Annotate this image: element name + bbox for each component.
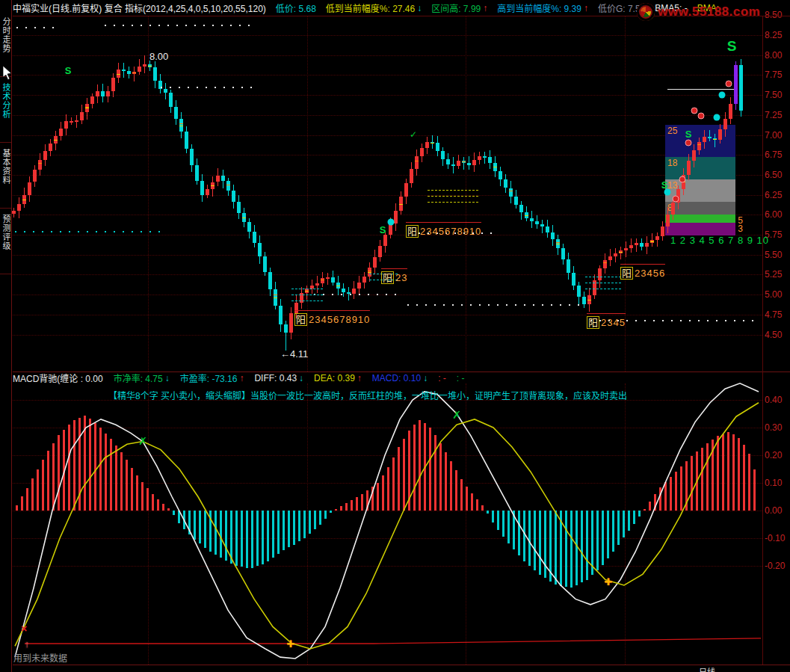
price-band: 5 <box>665 215 735 223</box>
candle <box>127 67 131 78</box>
dotted-marker-row <box>407 304 581 306</box>
macd-histogram-bar <box>691 456 693 511</box>
sidebar-tab-预测评级[interactable]: 预测评级 <box>0 215 11 274</box>
macd-histogram-bar <box>84 416 86 511</box>
candle-indicator-tick <box>399 204 403 205</box>
candle <box>300 287 303 309</box>
period-selector[interactable]: 日线 <box>699 665 715 672</box>
candle <box>22 188 26 208</box>
candle-indicator-tick <box>462 161 466 162</box>
macd-histogram-bar <box>419 420 421 511</box>
macd-histogram-bar <box>623 511 625 537</box>
yang-count-label: 阳2345678910 <box>406 222 481 238</box>
candle-indicator-tick <box>713 139 717 140</box>
candle <box>378 240 382 262</box>
yang-count-label: 阳2345 <box>587 313 626 329</box>
candle <box>436 136 439 156</box>
header-field: 低价: 5.68 <box>276 1 316 14</box>
candle <box>336 276 340 295</box>
candle-body <box>185 132 188 148</box>
macd-axis-label: 0.10 <box>765 478 782 488</box>
macd-histogram-bar <box>607 511 609 558</box>
candle <box>138 59 141 75</box>
macd-histogram-bar <box>52 443 55 511</box>
candle-indicator-tick <box>305 291 309 292</box>
candle-body <box>200 181 204 195</box>
candle-body <box>734 65 738 103</box>
bottom-status-bar: 日线 <box>13 665 790 672</box>
candle-body <box>59 129 63 136</box>
macd-histogram-bar <box>680 466 682 511</box>
candle <box>420 144 424 162</box>
candle <box>441 147 445 166</box>
candle-body <box>80 112 84 120</box>
macd-histogram-bar <box>78 418 81 511</box>
candle <box>687 154 691 181</box>
macd-header-field: MACD: 0.10↓ <box>372 373 428 383</box>
candle-body <box>206 189 209 194</box>
chart-layers[interactable]: 8.508.258.007.757.507.257.006.756.506.25… <box>0 0 790 672</box>
candle-body <box>640 243 644 247</box>
macd-gridline <box>13 566 762 567</box>
candle-body <box>127 71 131 74</box>
candle <box>425 137 429 154</box>
macd-histogram-bar <box>230 511 232 564</box>
sidebar-tab-基本资料[interactable]: 基本资料 <box>0 149 11 209</box>
price-gridline <box>13 95 762 96</box>
candle <box>640 238 644 251</box>
candle <box>446 153 450 169</box>
candle-body <box>12 211 16 214</box>
candle <box>692 144 696 167</box>
candle <box>268 268 272 296</box>
macd-histogram-bar <box>382 475 384 511</box>
candle-indicator-tick <box>274 298 277 298</box>
mouse-cursor-icon <box>2 66 13 81</box>
macd-histogram-bar <box>58 435 60 511</box>
candle <box>101 84 105 102</box>
macd-histogram-bar <box>565 511 567 587</box>
macd-histogram-bar <box>413 425 416 511</box>
vertical-gridline <box>625 383 626 665</box>
macd-histogram-bar <box>94 423 96 511</box>
watermark-text: www.55188.com <box>658 4 760 19</box>
candle-indicator-tick <box>54 140 58 141</box>
candle <box>331 271 335 286</box>
macd-histogram-bar <box>534 511 536 570</box>
macd-histogram-bar <box>225 511 227 561</box>
price-callout: ←4.11 <box>280 348 308 360</box>
watermark-logo-icon <box>637 3 655 21</box>
candle-body <box>519 205 523 212</box>
macd-histogram-bar <box>581 511 583 582</box>
price-gridline <box>13 115 762 116</box>
macd-header-field: DEA: 0.39↑ <box>314 373 362 383</box>
candle-body <box>122 70 126 71</box>
candle-body <box>718 129 722 140</box>
macd-gridline <box>13 511 762 511</box>
candle-wick <box>709 130 710 141</box>
candle <box>650 233 654 247</box>
macd-histogram-bar <box>340 506 342 511</box>
macd-histogram-bar <box>685 461 688 511</box>
price-axis-label: 6.50 <box>765 170 782 180</box>
sidebar-tab-技术分析[interactable]: 技术分析 <box>0 83 11 143</box>
candle <box>629 238 633 253</box>
macd-histogram-bar <box>356 497 358 511</box>
macd-histogram-bar <box>738 438 740 511</box>
candle <box>530 211 534 228</box>
candle-indicator-tick <box>368 272 371 273</box>
macd-histogram-bar <box>392 457 395 511</box>
macd-axis-label: 0.00 <box>765 505 782 516</box>
header-field: 高到当前幅度%: 9.39↑ <box>497 1 588 14</box>
macd-histogram-bar <box>293 511 295 545</box>
macd-histogram-bar <box>120 452 123 511</box>
candle <box>587 288 591 312</box>
candle-body <box>488 157 492 162</box>
macd-histogram-bar <box>628 511 630 531</box>
price-axis-label: 5.25 <box>765 269 782 280</box>
macd-histogram-bar <box>732 434 735 511</box>
macd-histogram-bar <box>235 511 238 566</box>
candle-indicator-tick <box>368 271 371 271</box>
candle-body <box>577 286 581 297</box>
price-axis-label: 6.00 <box>765 209 782 220</box>
macd-header-field: : - <box>457 373 465 383</box>
